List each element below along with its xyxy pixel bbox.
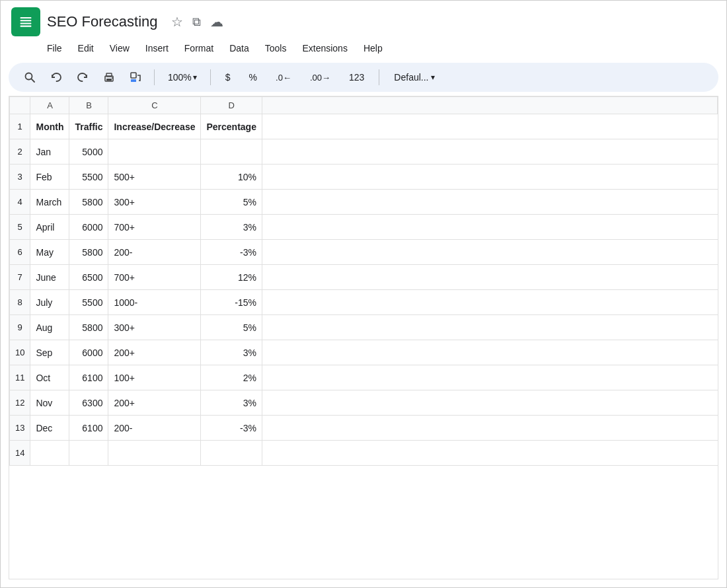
cell-b[interactable]: 6100	[69, 365, 108, 390]
cell-a[interactable]: Sep	[30, 340, 69, 365]
cell-c[interactable]: 200-	[108, 240, 201, 265]
decimal-increase-button[interactable]: .00→	[303, 70, 337, 85]
cell-a[interactable]: Jan	[30, 139, 69, 165]
menu-tools[interactable]: Tools	[258, 40, 293, 56]
decimal-decrease-button[interactable]: .0←	[269, 70, 298, 85]
col-header-a[interactable]: A	[30, 97, 69, 114]
cell-a[interactable]: Month	[30, 114, 69, 139]
col-header-d[interactable]: D	[201, 97, 262, 114]
cell-d[interactable]	[201, 139, 262, 165]
cell-d[interactable]: Percentage	[201, 114, 262, 139]
cell-b[interactable]: 5500	[69, 290, 108, 315]
cell-b[interactable]: 5000	[69, 139, 108, 165]
font-dropdown[interactable]: Defaul... ▾	[387, 69, 441, 85]
currency-button[interactable]: $	[219, 69, 237, 85]
table-row[interactable]: 7June6500700+12%	[10, 265, 718, 290]
menu-format[interactable]: Format	[178, 40, 220, 56]
cell-a[interactable]: May	[30, 240, 69, 265]
paint-format-button[interactable]	[125, 67, 146, 88]
cell-a[interactable]: March	[30, 190, 69, 215]
cell-b[interactable]: 6000	[69, 340, 108, 365]
menu-extensions[interactable]: Extensions	[295, 40, 354, 56]
cell-c[interactable]: Increase/Decrease	[108, 114, 201, 139]
redo-button[interactable]	[72, 67, 93, 88]
cell-d[interactable]: 3%	[201, 340, 262, 365]
cell-d[interactable]: 5%	[201, 190, 262, 215]
cell-d[interactable]: -3%	[201, 416, 262, 441]
col-header-c[interactable]: C	[108, 97, 201, 114]
percent-button[interactable]: %	[243, 69, 264, 85]
cell-d[interactable]: 3%	[201, 215, 262, 240]
table-row[interactable]: 13Dec6100200--3%	[10, 416, 718, 441]
cloud-icon[interactable]: ☁	[210, 14, 223, 30]
cell-a[interactable]	[30, 441, 69, 466]
cell-d[interactable]: -15%	[201, 290, 262, 315]
menu-view[interactable]: View	[103, 40, 136, 56]
cell-d[interactable]: -3%	[201, 240, 262, 265]
number-format-button[interactable]: 123	[342, 69, 371, 85]
cell-b[interactable]: 5500	[69, 165, 108, 190]
col-header-b[interactable]: B	[69, 97, 108, 114]
cell-b[interactable]	[69, 441, 108, 466]
cell-b[interactable]: 6100	[69, 416, 108, 441]
cell-c[interactable]: 700+	[108, 265, 201, 290]
cell-d[interactable]	[201, 441, 262, 466]
cell-a[interactable]: Dec	[30, 416, 69, 441]
cell-c[interactable]: 1000-	[108, 290, 201, 315]
cell-d[interactable]: 10%	[201, 165, 262, 190]
cell-b[interactable]: 5800	[69, 315, 108, 340]
cell-c[interactable]: 200-	[108, 416, 201, 441]
cell-a[interactable]: June	[30, 265, 69, 290]
cell-b[interactable]: 6500	[69, 265, 108, 290]
cell-d[interactable]: 12%	[201, 265, 262, 290]
zoom-control[interactable]: 100% ▾	[163, 69, 202, 85]
table-row[interactable]: 10Sep6000200+3%	[10, 340, 718, 365]
cell-c[interactable]: 100+	[108, 365, 201, 390]
menu-insert[interactable]: Insert	[139, 40, 175, 56]
table-row[interactable]: 3Feb5500500+10%	[10, 165, 718, 190]
cell-d[interactable]: 2%	[201, 365, 262, 390]
search-button[interactable]	[19, 67, 40, 88]
cell-b[interactable]: Traffic	[69, 114, 108, 139]
table-row[interactable]: 4March5800300+5%	[10, 190, 718, 215]
row-number: 13	[10, 416, 30, 441]
cell-a[interactable]: April	[30, 215, 69, 240]
undo-button[interactable]	[46, 67, 67, 88]
print-button[interactable]	[98, 67, 120, 88]
cell-d[interactable]: 3%	[201, 390, 262, 416]
menu-help[interactable]: Help	[357, 40, 389, 56]
cell-b[interactable]: 5800	[69, 240, 108, 265]
cell-a[interactable]: July	[30, 290, 69, 315]
cell-c[interactable]: 300+	[108, 315, 201, 340]
cell-c[interactable]: 200+	[108, 390, 201, 416]
cell-c[interactable]: 500+	[108, 165, 201, 190]
table-row[interactable]: 8July55001000--15%	[10, 290, 718, 315]
star-icon[interactable]: ☆	[171, 14, 183, 30]
menu-data[interactable]: Data	[223, 40, 256, 56]
cell-a[interactable]: Oct	[30, 365, 69, 390]
cell-d[interactable]: 5%	[201, 315, 262, 340]
cell-a[interactable]: Nov	[30, 390, 69, 416]
table-row[interactable]: 5April6000700+3%	[10, 215, 718, 240]
cell-c[interactable]	[108, 441, 201, 466]
table-row[interactable]: 12Nov6300200+3%	[10, 390, 718, 416]
spreadsheet-area[interactable]: A B C D 1MonthTrafficIncrease/DecreasePe…	[9, 96, 718, 579]
table-row[interactable]: 9Aug5800300+5%	[10, 315, 718, 340]
cell-c[interactable]: 200+	[108, 340, 201, 365]
table-row[interactable]: 2Jan5000	[10, 139, 718, 165]
cell-c[interactable]: 300+	[108, 190, 201, 215]
table-row[interactable]: 11Oct6100100+2%	[10, 365, 718, 390]
menu-edit[interactable]: Edit	[71, 40, 100, 56]
cell-c[interactable]: 700+	[108, 215, 201, 240]
cell-a[interactable]: Aug	[30, 315, 69, 340]
cell-b[interactable]: 5800	[69, 190, 108, 215]
menu-file[interactable]: File	[40, 40, 69, 56]
table-row[interactable]: 6May5800200--3%	[10, 240, 718, 265]
cell-c[interactable]	[108, 139, 201, 165]
table-row[interactable]: 14	[10, 441, 718, 466]
cell-b[interactable]: 6000	[69, 215, 108, 240]
cell-a[interactable]: Feb	[30, 165, 69, 190]
table-row[interactable]: 1MonthTrafficIncrease/DecreasePercentage	[10, 114, 718, 139]
cell-b[interactable]: 6300	[69, 390, 108, 416]
move-icon[interactable]: ⧉	[192, 15, 201, 29]
